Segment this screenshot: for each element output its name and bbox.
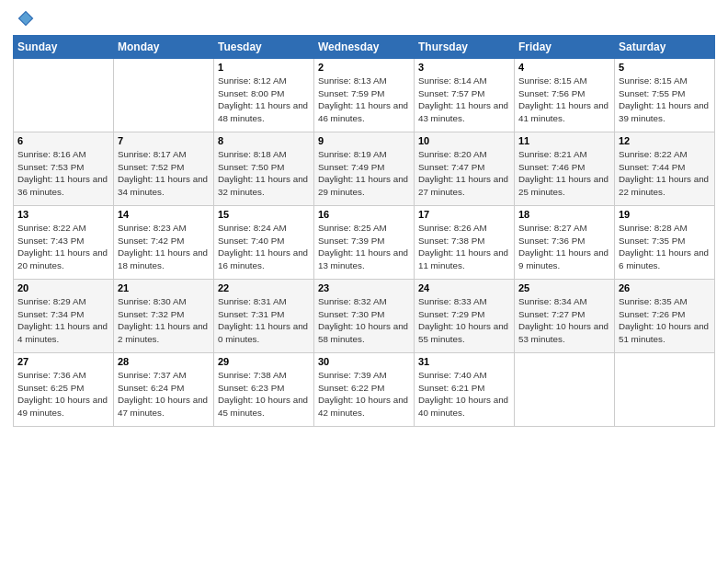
calendar-week: 6Sunrise: 8:16 AM Sunset: 7:53 PM Daylig… [14, 132, 715, 206]
day-number: 8 [218, 135, 310, 146]
day-info: Sunrise: 8:35 AM Sunset: 7:26 PM Dayligh… [619, 295, 711, 346]
calendar-cell: 8Sunrise: 8:18 AM Sunset: 7:50 PM Daylig… [214, 132, 314, 206]
day-info: Sunrise: 8:21 AM Sunset: 7:46 PM Dayligh… [518, 148, 610, 199]
day-number: 19 [619, 209, 711, 220]
day-number: 11 [518, 135, 610, 146]
calendar-cell: 17Sunrise: 8:26 AM Sunset: 7:38 PM Dayli… [415, 206, 515, 280]
logo-icon [17, 9, 35, 28]
day-number: 31 [418, 356, 510, 367]
day-info: Sunrise: 7:38 AM Sunset: 6:23 PM Dayligh… [218, 369, 310, 419]
day-info: Sunrise: 8:29 AM Sunset: 7:34 PM Dayligh… [17, 295, 109, 346]
day-info: Sunrise: 7:39 AM Sunset: 6:22 PM Dayligh… [318, 369, 410, 419]
calendar-cell: 9Sunrise: 8:19 AM Sunset: 7:49 PM Daylig… [314, 132, 415, 206]
day-number: 4 [518, 62, 610, 73]
calendar-cell: 26Sunrise: 8:35 AM Sunset: 7:26 PM Dayli… [615, 280, 715, 353]
calendar-week: 27Sunrise: 7:36 AM Sunset: 6:25 PM Dayli… [14, 353, 715, 427]
weekday-header: Sunday [14, 36, 114, 59]
calendar-cell: 3Sunrise: 8:14 AM Sunset: 7:57 PM Daylig… [415, 59, 515, 132]
day-number: 13 [17, 209, 109, 220]
calendar-cell [14, 59, 114, 132]
calendar-cell: 28Sunrise: 7:37 AM Sunset: 6:24 PM Dayli… [114, 353, 214, 427]
calendar-cell: 7Sunrise: 8:17 AM Sunset: 7:52 PM Daylig… [114, 132, 214, 206]
day-number: 1 [218, 62, 310, 73]
day-number: 7 [118, 135, 210, 146]
day-info: Sunrise: 8:22 AM Sunset: 7:43 PM Dayligh… [17, 222, 109, 272]
day-number: 6 [17, 135, 109, 146]
day-info: Sunrise: 8:30 AM Sunset: 7:32 PM Dayligh… [118, 295, 210, 346]
day-info: Sunrise: 7:36 AM Sunset: 6:25 PM Dayligh… [17, 369, 109, 419]
day-number: 16 [318, 209, 410, 220]
calendar-cell: 31Sunrise: 7:40 AM Sunset: 6:21 PM Dayli… [415, 353, 515, 427]
calendar-cell: 5Sunrise: 8:15 AM Sunset: 7:55 PM Daylig… [615, 59, 715, 132]
weekday-header: Wednesday [314, 36, 415, 59]
calendar-week: 13Sunrise: 8:22 AM Sunset: 7:43 PM Dayli… [14, 206, 715, 280]
calendar-cell: 22Sunrise: 8:31 AM Sunset: 7:31 PM Dayli… [214, 280, 314, 353]
calendar-cell: 20Sunrise: 8:29 AM Sunset: 7:34 PM Dayli… [14, 280, 114, 353]
calendar-cell: 16Sunrise: 8:25 AM Sunset: 7:39 PM Dayli… [314, 206, 415, 280]
calendar-cell: 30Sunrise: 7:39 AM Sunset: 6:22 PM Dayli… [314, 353, 415, 427]
day-number: 17 [418, 209, 510, 220]
page: SundayMondayTuesdayWednesdayThursdayFrid… [0, 0, 728, 563]
day-number: 5 [619, 62, 711, 73]
day-number: 18 [518, 209, 610, 220]
day-info: Sunrise: 8:16 AM Sunset: 7:53 PM Dayligh… [17, 148, 109, 199]
calendar-cell: 11Sunrise: 8:21 AM Sunset: 7:46 PM Dayli… [515, 132, 615, 206]
day-number: 26 [619, 282, 711, 293]
logo [13, 9, 37, 28]
day-info: Sunrise: 8:31 AM Sunset: 7:31 PM Dayligh… [218, 295, 310, 346]
day-info: Sunrise: 8:26 AM Sunset: 7:38 PM Dayligh… [418, 222, 510, 272]
calendar-cell: 29Sunrise: 7:38 AM Sunset: 6:23 PM Dayli… [214, 353, 314, 427]
day-number: 22 [218, 282, 310, 293]
day-number: 30 [318, 356, 410, 367]
day-info: Sunrise: 8:24 AM Sunset: 7:40 PM Dayligh… [218, 222, 310, 272]
calendar-cell: 2Sunrise: 8:13 AM Sunset: 7:59 PM Daylig… [314, 59, 415, 132]
calendar-cell: 4Sunrise: 8:15 AM Sunset: 7:56 PM Daylig… [515, 59, 615, 132]
weekday-header: Monday [114, 36, 214, 59]
calendar-cell: 14Sunrise: 8:23 AM Sunset: 7:42 PM Dayli… [114, 206, 214, 280]
day-info: Sunrise: 8:19 AM Sunset: 7:49 PM Dayligh… [318, 148, 410, 199]
day-info: Sunrise: 7:37 AM Sunset: 6:24 PM Dayligh… [118, 369, 210, 419]
calendar-cell [615, 353, 715, 427]
calendar-cell: 13Sunrise: 8:22 AM Sunset: 7:43 PM Dayli… [14, 206, 114, 280]
day-number: 21 [118, 282, 210, 293]
weekday-header: Thursday [415, 36, 515, 59]
day-number: 25 [518, 282, 610, 293]
day-info: Sunrise: 8:27 AM Sunset: 7:36 PM Dayligh… [518, 222, 610, 272]
day-info: Sunrise: 8:17 AM Sunset: 7:52 PM Dayligh… [118, 148, 210, 199]
svg-marker-1 [19, 12, 31, 24]
calendar-cell: 15Sunrise: 8:24 AM Sunset: 7:40 PM Dayli… [214, 206, 314, 280]
day-number: 9 [318, 135, 410, 146]
day-info: Sunrise: 8:33 AM Sunset: 7:29 PM Dayligh… [418, 295, 510, 346]
day-info: Sunrise: 8:14 AM Sunset: 7:57 PM Dayligh… [418, 75, 510, 125]
day-info: Sunrise: 8:32 AM Sunset: 7:30 PM Dayligh… [318, 295, 410, 346]
day-info: Sunrise: 8:22 AM Sunset: 7:44 PM Dayligh… [619, 148, 711, 199]
calendar-cell: 21Sunrise: 8:30 AM Sunset: 7:32 PM Dayli… [114, 280, 214, 353]
day-info: Sunrise: 8:23 AM Sunset: 7:42 PM Dayligh… [118, 222, 210, 272]
calendar-week: 20Sunrise: 8:29 AM Sunset: 7:34 PM Dayli… [14, 280, 715, 353]
day-info: Sunrise: 8:15 AM Sunset: 7:56 PM Dayligh… [518, 75, 610, 125]
day-number: 12 [619, 135, 711, 146]
calendar-cell [515, 353, 615, 427]
day-info: Sunrise: 7:40 AM Sunset: 6:21 PM Dayligh… [418, 369, 510, 419]
day-number: 10 [418, 135, 510, 146]
calendar-cell: 1Sunrise: 8:12 AM Sunset: 8:00 PM Daylig… [214, 59, 314, 132]
day-number: 14 [118, 209, 210, 220]
day-number: 29 [218, 356, 310, 367]
weekday-header-row: SundayMondayTuesdayWednesdayThursdayFrid… [14, 36, 715, 59]
calendar-cell: 25Sunrise: 8:34 AM Sunset: 7:27 PM Dayli… [515, 280, 615, 353]
calendar-cell: 6Sunrise: 8:16 AM Sunset: 7:53 PM Daylig… [14, 132, 114, 206]
weekday-header: Saturday [615, 36, 715, 59]
day-info: Sunrise: 8:12 AM Sunset: 8:00 PM Dayligh… [218, 75, 310, 125]
calendar-cell: 10Sunrise: 8:20 AM Sunset: 7:47 PM Dayli… [415, 132, 515, 206]
day-number: 20 [17, 282, 109, 293]
calendar-cell: 19Sunrise: 8:28 AM Sunset: 7:35 PM Dayli… [615, 206, 715, 280]
day-info: Sunrise: 8:25 AM Sunset: 7:39 PM Dayligh… [318, 222, 410, 272]
day-info: Sunrise: 8:28 AM Sunset: 7:35 PM Dayligh… [619, 222, 711, 272]
day-info: Sunrise: 8:15 AM Sunset: 7:55 PM Dayligh… [619, 75, 711, 125]
day-number: 23 [318, 282, 410, 293]
calendar-week: 1Sunrise: 8:12 AM Sunset: 8:00 PM Daylig… [14, 59, 715, 132]
day-number: 3 [418, 62, 510, 73]
day-info: Sunrise: 8:13 AM Sunset: 7:59 PM Dayligh… [318, 75, 410, 125]
calendar-cell: 27Sunrise: 7:36 AM Sunset: 6:25 PM Dayli… [14, 353, 114, 427]
calendar-cell: 24Sunrise: 8:33 AM Sunset: 7:29 PM Dayli… [415, 280, 515, 353]
